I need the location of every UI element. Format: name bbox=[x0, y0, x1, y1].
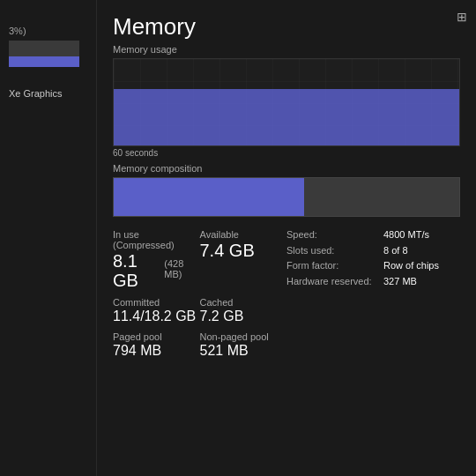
paged-value: 794 MB bbox=[113, 343, 200, 359]
stat-cached: Cached 7.2 GB bbox=[200, 295, 287, 326]
in-use-sub: (428 MB) bbox=[164, 258, 199, 279]
time-label: 60 seconds bbox=[113, 148, 460, 158]
speed-row: Speed: 4800 MT/s bbox=[286, 227, 460, 242]
slots-row: Slots used: 8 of 8 bbox=[286, 243, 460, 258]
available-value: 7.4 GB bbox=[200, 241, 287, 260]
form-row: Form factor: Row of chips bbox=[286, 258, 460, 273]
form-value: Row of chips bbox=[383, 258, 439, 273]
stat-nonpaged: Non-paged pool 521 MB bbox=[200, 330, 287, 361]
committed-value: 11.4/18.2 GB bbox=[113, 309, 200, 324]
stat-committed: Committed 11.4/18.2 GB bbox=[113, 295, 200, 326]
cached-label: Cached bbox=[200, 297, 287, 308]
speed-value: 4800 MT/s bbox=[383, 227, 429, 242]
hw-reserved-row: Hardware reserved: 327 MB bbox=[286, 274, 460, 289]
stat-available: Available 7.4 GB bbox=[200, 227, 287, 292]
slots-value: 8 of 8 bbox=[383, 243, 408, 258]
comp-in-use bbox=[114, 178, 304, 216]
memory-usage-chart bbox=[113, 58, 460, 146]
right-stats: Speed: 4800 MT/s Slots used: 8 of 8 Form… bbox=[286, 227, 460, 292]
usage-label: Memory usage bbox=[113, 44, 460, 55]
stat-paged: Paged pool 794 MB bbox=[113, 330, 200, 361]
in-use-value: 8.1 GB bbox=[113, 251, 161, 290]
sidebar-mini-chart bbox=[9, 41, 79, 67]
nonpaged-value: 521 MB bbox=[200, 343, 287, 359]
chart-fill bbox=[114, 89, 459, 145]
sidebar: ⊞ 3%) Xe Graphics bbox=[0, 0, 97, 476]
xe-graphics-label: Xe Graphics bbox=[9, 88, 63, 99]
top-right-icon[interactable]: ⊞ bbox=[457, 9, 467, 25]
sidebar-item-xe-graphics[interactable]: Xe Graphics bbox=[0, 78, 96, 108]
pool-stats: Paged pool 794 MB Non-paged pool 521 MB bbox=[113, 330, 460, 361]
slots-label: Slots used: bbox=[286, 243, 383, 258]
hw-reserved-value: 327 MB bbox=[383, 274, 417, 289]
comp-available bbox=[304, 178, 459, 216]
page-title: Memory bbox=[113, 13, 460, 41]
composition-bar bbox=[113, 177, 460, 217]
form-label: Form factor: bbox=[286, 258, 383, 273]
sidebar-item-percent[interactable]: 3%) bbox=[0, 18, 96, 74]
in-use-label: In use (Compressed) bbox=[113, 229, 200, 250]
bottom-stats: Committed 11.4/18.2 GB Cached 7.2 GB bbox=[113, 295, 460, 326]
in-use-value-row: 8.1 GB (428 MB) bbox=[113, 251, 200, 290]
cached-value: 7.2 GB bbox=[200, 309, 287, 324]
committed-label: Committed bbox=[113, 297, 200, 308]
speed-label: Speed: bbox=[286, 227, 383, 242]
sidebar-percent-label: 3%) bbox=[9, 26, 26, 36]
composition-label: Memory composition bbox=[113, 163, 460, 174]
hw-reserved-label: Hardware reserved: bbox=[286, 274, 383, 289]
paged-label: Paged pool bbox=[113, 331, 200, 342]
nonpaged-label: Non-paged pool bbox=[200, 331, 287, 342]
main-content: Memory Memory usage 60 seconds Memory co… bbox=[97, 0, 476, 476]
available-label: Available bbox=[200, 229, 287, 240]
stats-grid: In use (Compressed) 8.1 GB (428 MB) Avai… bbox=[113, 227, 460, 292]
stat-in-use: In use (Compressed) 8.1 GB (428 MB) bbox=[113, 227, 200, 292]
